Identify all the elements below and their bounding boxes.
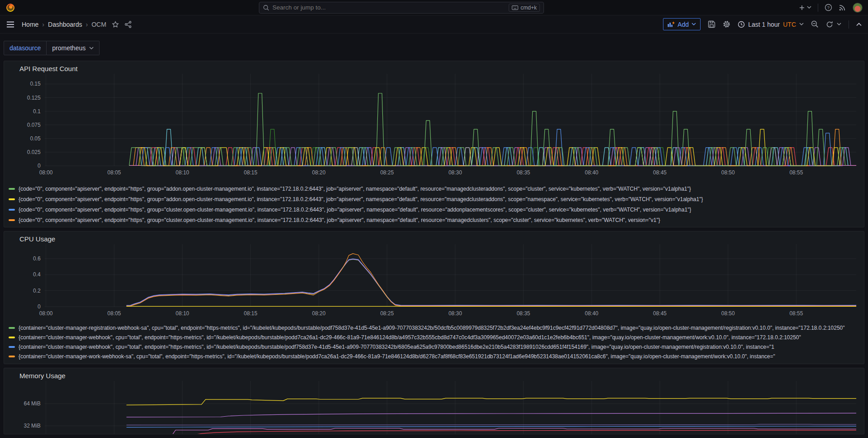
variable-value-dropdown[interactable]: prometheus: [47, 41, 100, 55]
breadcrumb-separator: ›: [86, 21, 88, 28]
divider: [818, 4, 818, 12]
search-input[interactable]: [272, 4, 509, 11]
shortcut-label: cmd+k: [520, 5, 537, 11]
share-button[interactable]: [124, 21, 132, 28]
legend-swatch: [9, 209, 15, 211]
panel-legend: {container="cluster-manager-registration…: [9, 323, 859, 361]
svg-text:0: 0: [38, 163, 41, 169]
legend-label: {container="cluster-manager-registration…: [19, 325, 845, 331]
add-panel-button[interactable]: Add: [663, 18, 701, 30]
svg-text:08:30: 08:30: [448, 169, 462, 176]
legend-swatch: [9, 327, 15, 329]
chevron-down-icon: [807, 6, 811, 9]
legend-label: {code="0", component="apiserver", endpoi…: [19, 207, 691, 213]
svg-text:0.05: 0.05: [30, 135, 41, 142]
svg-text:0.025: 0.025: [27, 149, 41, 155]
timeseries-chart[interactable]: 64 MiB32 MiB: [9, 381, 859, 434]
help-button[interactable]: ?: [825, 4, 832, 11]
save-dashboard-button[interactable]: [708, 20, 715, 28]
legend-swatch: [9, 346, 15, 348]
timezone-label: UTC: [783, 21, 796, 28]
svg-text:08:00: 08:00: [39, 169, 53, 176]
svg-text:08:20: 08:20: [312, 310, 326, 317]
panel-title[interactable]: CPU Usage: [9, 234, 859, 244]
user-avatar[interactable]: [853, 3, 863, 13]
legend-item[interactable]: {code="0", component="apiserver", endpoi…: [9, 225, 859, 227]
breadcrumb-separator: ›: [42, 21, 44, 28]
panel-memory-usage: Memory Usage 64 MiB32 MiB: [4, 368, 864, 434]
timeseries-chart[interactable]: 08:0008:0508:1008:1508:2008:2508:3008:35…: [9, 244, 859, 322]
legend-label: {container="cluster-manager-work-webhook…: [19, 353, 775, 360]
time-range-label: Last 1 hour: [748, 21, 780, 28]
svg-text:08:50: 08:50: [721, 310, 735, 317]
svg-text:08:45: 08:45: [653, 169, 667, 176]
legend-label: {container="cluster-manager-webhook", cp…: [19, 344, 774, 350]
svg-text:32 MiB: 32 MiB: [24, 423, 41, 429]
zoom-out-button[interactable]: [811, 20, 819, 28]
legend-item[interactable]: {container="cluster-manager-work-webhook…: [9, 351, 859, 361]
variable-value: prometheus: [52, 44, 86, 52]
legend-label: {code="0", component="apiserver", endpoi…: [19, 217, 660, 223]
legend-item[interactable]: {container="cluster-manager-webhook", cp…: [9, 342, 859, 351]
svg-text:64 MiB: 64 MiB: [24, 400, 41, 407]
help-icon: ?: [825, 4, 832, 11]
new-button[interactable]: [799, 5, 811, 11]
chevron-down-icon: [837, 23, 841, 26]
legend-label: {code="0", component="apiserver", endpoi…: [19, 186, 691, 192]
svg-text:08:40: 08:40: [585, 169, 598, 176]
legend-item[interactable]: {code="0", component="apiserver", endpoi…: [9, 183, 859, 194]
clock-icon: [738, 21, 745, 28]
refresh-icon: [826, 21, 833, 28]
svg-text:08:35: 08:35: [517, 169, 530, 176]
legend-label: {container="cluster-manager-webhook", cp…: [19, 334, 801, 341]
svg-text:08:00: 08:00: [39, 310, 53, 317]
favorite-button[interactable]: [112, 21, 119, 28]
grafana-logo[interactable]: [5, 3, 15, 13]
breadcrumb-home[interactable]: Home: [22, 21, 38, 28]
search-input-box[interactable]: cmd+k: [259, 2, 544, 14]
svg-text:08:10: 08:10: [176, 310, 189, 317]
panel-legend: {code="0", component="apiserver", endpoi…: [9, 183, 859, 227]
keyboard-icon: [512, 5, 518, 10]
svg-text:08:25: 08:25: [380, 310, 394, 317]
news-button[interactable]: [839, 4, 846, 11]
save-icon: [708, 20, 715, 28]
svg-text:08:05: 08:05: [107, 310, 121, 317]
legend-label: {code="0", component="apiserver", endpoi…: [19, 227, 657, 228]
legend-item[interactable]: {code="0", component="apiserver", endpoi…: [9, 194, 859, 204]
variable-label: datasource: [4, 41, 47, 55]
svg-text:08:40: 08:40: [585, 310, 598, 317]
chevron-up-icon: [856, 23, 862, 26]
legend-item[interactable]: {code="0", component="apiserver", endpoi…: [9, 204, 859, 215]
panel-title[interactable]: Memory Usage: [9, 371, 859, 381]
refresh-button[interactable]: [826, 21, 841, 28]
legend-swatch: [9, 188, 15, 190]
svg-text:?: ?: [827, 5, 830, 10]
top-navbar: cmd+k ?: [0, 0, 868, 15]
search-icon: [263, 5, 269, 11]
legend-item[interactable]: {container="cluster-manager-webhook", cp…: [9, 332, 859, 342]
svg-text:0: 0: [38, 303, 41, 310]
mega-menu-toggle[interactable]: [6, 21, 14, 28]
legend-item[interactable]: {code="0", component="apiserver", endpoi…: [9, 215, 859, 225]
timeseries-chart[interactable]: 08:0008:0508:1008:1508:2008:2508:3008:35…: [9, 74, 859, 183]
legend-swatch: [9, 198, 15, 200]
share-icon: [124, 21, 132, 28]
panel-cpu-usage: CPU Usage 08:0008:0508:1008:1508:2008:25…: [4, 231, 864, 364]
dashboard-settings-button[interactable]: [723, 20, 730, 28]
svg-text:08:20: 08:20: [312, 169, 326, 176]
svg-text:08:55: 08:55: [789, 169, 803, 176]
collapse-toolbar-button[interactable]: [856, 23, 862, 26]
panel-title[interactable]: API Request Count: [9, 64, 859, 74]
time-range-picker[interactable]: Last 1 hour UTC: [738, 21, 804, 28]
plus-icon: [799, 5, 805, 11]
svg-text:08:30: 08:30: [448, 310, 462, 317]
variables-row: datasource prometheus: [4, 41, 864, 55]
legend-item[interactable]: {container="cluster-manager-registration…: [9, 323, 859, 332]
gear-icon: [723, 20, 730, 28]
breadcrumb-dashboards[interactable]: Dashboards: [48, 21, 82, 28]
svg-text:08:05: 08:05: [107, 169, 121, 176]
panel-api-request-count: API Request Count 08:0008:0508:1008:1508…: [4, 61, 864, 227]
legend-swatch: [9, 337, 15, 338]
svg-text:08:35: 08:35: [517, 310, 530, 317]
